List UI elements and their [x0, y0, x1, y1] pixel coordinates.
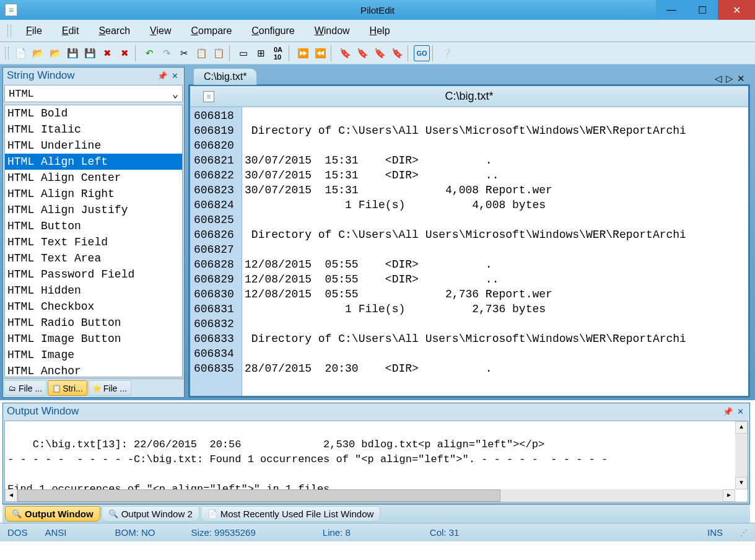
menu-window[interactable]: Window: [306, 23, 359, 39]
scroll-right-icon[interactable]: ▶: [723, 489, 735, 502]
editor-body[interactable]: 6068186068196068206068216068226068236068…: [190, 107, 748, 396]
string-list-item[interactable]: HTML Image Button: [5, 331, 182, 347]
hscroll-thumb[interactable]: [17, 489, 500, 502]
editor-header: C:\big.txt*: [190, 86, 748, 107]
string-list-item[interactable]: HTML Radio Button: [5, 315, 182, 331]
menu-file[interactable]: File: [17, 23, 51, 39]
menu-view[interactable]: View: [141, 23, 180, 39]
close-file-icon[interactable]: ✖: [99, 45, 115, 61]
toolbar-grip[interactable]: [5, 47, 9, 59]
scroll-up-icon[interactable]: ▲: [735, 421, 748, 434]
menu-edit[interactable]: Edit: [53, 23, 88, 39]
redo-icon[interactable]: ↷: [159, 45, 175, 61]
pin-icon[interactable]: 📌: [157, 70, 168, 81]
menu-search[interactable]: Search: [90, 23, 139, 39]
statusbar: DOS ANSI BOM: NO Size: 99535269 Line: 8 …: [0, 523, 755, 541]
panel-close-icon[interactable]: ✕: [169, 70, 180, 81]
output-close-icon[interactable]: ✕: [735, 406, 746, 417]
string-list-item[interactable]: HTML Align Left: [5, 154, 182, 170]
bookmark3-icon[interactable]: 🔖: [372, 45, 388, 61]
output-panel: Output Window 📌 ✕ C:\big.txt[13]: 22/06/…: [2, 403, 750, 504]
output-tabs: 🔍Output Window🔍Output Window 2📄Most Rece…: [2, 504, 750, 523]
cut-icon[interactable]: ✂: [176, 45, 192, 61]
string-list-item[interactable]: HTML Text Field: [5, 234, 182, 250]
dropdown-value: HTML: [9, 88, 172, 100]
titlebar-title: PilotEdit: [360, 5, 395, 15]
copy-icon[interactable]: 📋: [193, 45, 209, 61]
menubar: FileEditSearchViewCompareConfigureWindow…: [0, 20, 755, 42]
string-list-item[interactable]: HTML Align Center: [5, 170, 182, 186]
string-category-dropdown[interactable]: HTML ⌄: [4, 85, 183, 102]
fast-forward-icon[interactable]: ⏩: [295, 45, 311, 61]
scroll-down-icon[interactable]: ▼: [735, 477, 748, 489]
bookmark2-icon[interactable]: 🔖: [354, 45, 370, 61]
undo-icon[interactable]: ↶: [141, 45, 157, 61]
help-icon[interactable]: ❔: [439, 45, 455, 61]
string-list-item[interactable]: HTML Button: [5, 218, 182, 234]
edit-area: C:\big.txt* ◁ ▷ ✕ C:\big.txt* 6068186068…: [188, 67, 750, 398]
string-list-item[interactable]: HTML Hidden: [5, 282, 182, 299]
string-list-item[interactable]: HTML Password Field: [5, 266, 182, 282]
paste-icon[interactable]: 📋: [211, 45, 227, 61]
status-bom: BOM: NO: [115, 527, 155, 538]
resize-grip-icon[interactable]: ⋰: [740, 528, 748, 537]
encoding-icon[interactable]: 0A10: [270, 45, 286, 61]
maximize-button[interactable]: ☐: [687, 0, 718, 20]
titlebar: PilotEdit — ☐ ✕: [0, 0, 755, 20]
string-window-panel: String Window 📌 ✕ HTML ⌄ HTML BoldHTML I…: [2, 67, 185, 398]
go-button[interactable]: GO: [414, 45, 430, 61]
side-tab[interactable]: 📋Stri...: [48, 380, 87, 396]
close-button[interactable]: ✕: [718, 0, 755, 20]
string-list-item[interactable]: HTML Align Right: [5, 186, 182, 202]
select-icon[interactable]: ▭: [235, 45, 251, 61]
string-list-item[interactable]: HTML Anchor: [5, 363, 182, 377]
string-list-item[interactable]: HTML Bold: [5, 105, 182, 121]
output-header: Output Window 📌 ✕: [3, 403, 749, 419]
output-vscrollbar[interactable]: ▲ ▼: [735, 421, 748, 489]
app-icon: [5, 4, 17, 16]
minimize-button[interactable]: —: [656, 0, 687, 20]
menu-help[interactable]: Help: [361, 23, 399, 39]
close-tab-icon[interactable]: ✕: [737, 73, 745, 84]
new-file-icon[interactable]: 📄: [12, 45, 28, 61]
output-pin-icon[interactable]: 📌: [722, 406, 733, 417]
prev-tab-icon[interactable]: ◁: [715, 73, 722, 84]
string-list-item[interactable]: HTML Image: [5, 347, 182, 363]
save-all-icon[interactable]: 💾: [82, 45, 98, 61]
open-file-icon[interactable]: 📂: [30, 45, 46, 61]
string-list-item[interactable]: HTML Text Area: [5, 250, 182, 266]
bookmark4-icon[interactable]: 🔖: [389, 45, 405, 61]
chevron-down-icon: ⌄: [172, 87, 178, 100]
side-tab[interactable]: ⭐File ...: [89, 380, 131, 396]
output-tab[interactable]: 🔍Output Window 2: [102, 506, 199, 522]
string-list[interactable]: HTML BoldHTML ItalicHTML UnderlineHTML A…: [4, 105, 183, 377]
save-icon[interactable]: 💾: [64, 45, 81, 61]
tab-icon: 🗂: [8, 384, 17, 393]
menu-compare[interactable]: Compare: [182, 23, 240, 39]
editor-text[interactable]: Directory of C:\Users\All Users\Microsof…: [242, 107, 748, 396]
output-tab[interactable]: 🔍Output Window: [5, 506, 100, 522]
tab-icon: ⭐: [93, 384, 102, 393]
string-list-item[interactable]: HTML Checkbox: [5, 299, 182, 315]
rewind-icon[interactable]: ⏪: [312, 45, 328, 61]
status-insert-mode: INS: [707, 527, 723, 538]
menu-configure[interactable]: Configure: [243, 23, 303, 39]
next-tab-icon[interactable]: ▷: [726, 73, 733, 84]
side-tab[interactable]: 🗂File ...: [4, 380, 46, 396]
editor-tab[interactable]: C:\big.txt*: [193, 68, 257, 85]
workspace: String Window 📌 ✕ HTML ⌄ HTML BoldHTML I…: [0, 64, 755, 400]
string-list-item[interactable]: HTML Italic: [5, 121, 182, 138]
open-multiple-icon[interactable]: 📂: [47, 45, 63, 61]
editor-pane: C:\big.txt* 6068186068196068206068216068…: [188, 84, 750, 398]
close-all-icon[interactable]: ✖: [116, 45, 133, 61]
string-list-item[interactable]: HTML Underline: [5, 138, 182, 154]
column-mode-icon[interactable]: ⊞: [253, 45, 269, 61]
tab-icon: 🔍: [108, 509, 118, 519]
bookmark1-icon[interactable]: 🔖: [337, 45, 353, 61]
output-tab[interactable]: 📄Most Recently Used File List Window: [201, 506, 381, 522]
string-list-item[interactable]: HTML Align Justify: [5, 202, 182, 218]
menubar-grip[interactable]: [7, 25, 11, 37]
scroll-left-icon[interactable]: ◀: [5, 489, 17, 502]
output-text[interactable]: C:\big.txt[13]: 22/06/2015 20:56 2,530 b…: [4, 421, 748, 502]
output-hscrollbar[interactable]: ◀ ▶: [5, 489, 735, 502]
